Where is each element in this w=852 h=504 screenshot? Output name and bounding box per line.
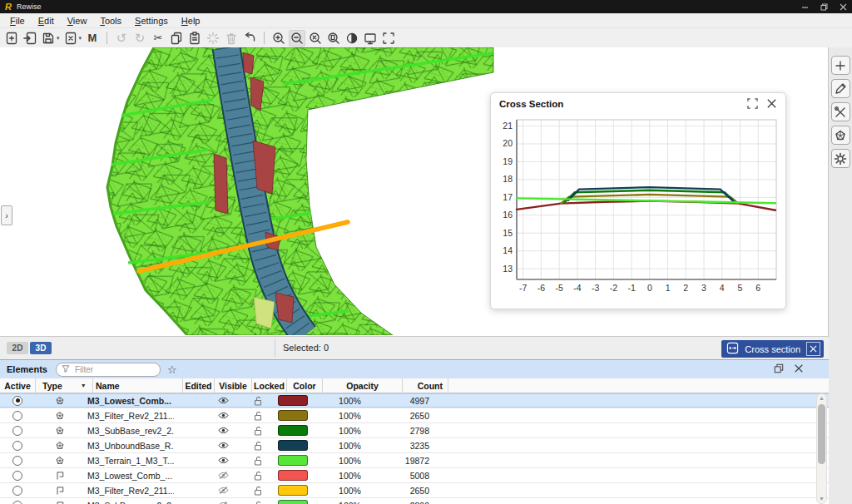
sort-icon[interactable]: ▼ [81,383,87,388]
eye-icon[interactable] [218,411,229,420]
menu-edit[interactable]: Edit [32,16,61,26]
new-document-button[interactable] [3,30,20,47]
column-header-edited[interactable]: Edited [183,378,215,393]
close-button[interactable] [840,3,847,11]
active-radio[interactable] [12,471,22,481]
minimize-button[interactable] [801,3,809,11]
scrollbar-thumb[interactable] [818,404,825,464]
column-header-name[interactable]: Name [93,378,183,393]
unlock-icon[interactable] [254,486,263,496]
screen-button[interactable] [362,30,379,47]
eye-icon[interactable] [218,441,229,450]
active-radio[interactable] [12,426,22,436]
redo-button[interactable]: ↻ [131,30,148,47]
cross-section-mode-button[interactable]: Cross section [721,340,824,358]
paste-button[interactable] [186,30,203,47]
expand-icon[interactable] [747,98,758,111]
delete-button[interactable] [223,30,240,47]
column-header-opacity[interactable]: Opacity [323,378,403,393]
menu-tools[interactable]: Tools [93,16,128,26]
table-row[interactable]: M3_SubBase_rev2_2...100%2798 [0,423,829,438]
eye-off-icon[interactable] [218,471,229,480]
zoom-out-button[interactable] [289,30,305,47]
open-document-button[interactable] [22,30,38,47]
view-2d-button[interactable]: 2D [7,342,28,354]
menu-help[interactable]: Help [175,16,207,26]
eye-off-icon[interactable] [218,501,229,504]
color-swatch[interactable] [278,440,308,451]
active-radio[interactable] [12,456,22,466]
revert-button[interactable] [241,30,258,47]
table-row[interactable]: M3_Lowest_Comb...100%4997 [0,393,829,408]
color-swatch[interactable] [278,500,308,504]
close-document-dropdown-icon[interactable]: ▾ [79,35,82,42]
active-radio[interactable] [12,411,22,421]
eye-icon[interactable] [218,456,229,465]
unlock-icon[interactable] [254,441,263,451]
mesh-tool-button[interactable] [831,126,850,145]
modify-tools-button[interactable] [831,102,850,121]
unlock-icon[interactable] [254,396,263,406]
column-header-count[interactable]: Count [403,378,448,393]
unlock-icon[interactable] [254,411,263,421]
close-icon[interactable] [766,98,777,111]
active-radio[interactable] [12,501,22,504]
close-panel-icon[interactable] [794,363,804,375]
left-panel-expander[interactable]: › [1,205,12,225]
table-row[interactable]: M3_Filter_Rev2_211...100%2650 [0,483,829,498]
table-scrollbar[interactable]: ▲ ▼ [816,393,827,504]
column-header-color[interactable]: Color [287,378,323,393]
cross-section-panel-header[interactable]: Cross Section [491,93,785,115]
color-swatch[interactable] [278,455,308,466]
color-swatch[interactable] [278,485,308,496]
add-tool-button[interactable] [831,56,850,75]
filter-input[interactable] [73,364,143,375]
active-radio[interactable] [12,486,22,496]
menu-file[interactable]: File [3,16,32,26]
save-dropdown-icon[interactable]: ▾ [57,35,60,42]
draw-tool-button[interactable] [831,79,850,98]
column-header-active[interactable]: Active [0,378,36,393]
color-swatch[interactable] [278,410,308,421]
cross-section-close-icon[interactable] [806,342,820,356]
cut-button[interactable]: ✂ [150,30,166,47]
zoom-in-button[interactable] [270,30,287,47]
table-row[interactable]: M3_Lowest_Comb_...100%5008 [0,468,829,483]
undock-panel-icon[interactable] [774,363,784,375]
undo-button[interactable]: ↺ [113,30,130,47]
color-swatch[interactable] [278,470,308,481]
contrast-button[interactable] [344,30,360,47]
table-row[interactable]: M3_Filter_Rev2_211...100%2650 [0,408,829,423]
menu-view[interactable]: View [61,16,94,26]
settings-tool-button[interactable] [831,149,850,168]
eye-icon[interactable] [218,426,229,435]
eye-off-icon[interactable] [218,486,229,495]
scroll-down-icon[interactable]: ▼ [817,495,826,503]
save-button[interactable] [40,30,57,47]
unlock-icon[interactable] [254,426,263,436]
table-row[interactable]: M3_UnboundBase_R...100%3235 [0,438,829,453]
menu-settings[interactable]: Settings [128,16,175,26]
view-3d-button[interactable]: 3D [30,342,52,354]
zoom-document-button[interactable] [325,30,342,47]
viewport-3d[interactable]: Cross Section 131415161718192021-7-6-5-4… [0,47,829,336]
unlock-icon[interactable] [254,501,263,504]
scroll-up-icon[interactable]: ▲ [817,394,826,403]
unlock-icon[interactable] [254,471,263,481]
active-radio[interactable] [12,396,22,406]
table-row[interactable]: M3_Terrain_1_M3_T...100%19872 [0,453,829,468]
active-radio[interactable] [12,441,22,451]
table-row[interactable]: M3_SubBase_rev2_2...100%2800 [0,498,829,504]
column-header-locked[interactable]: Locked [252,378,287,393]
copy-button[interactable] [168,30,185,47]
m-tool-button[interactable]: M [84,30,101,47]
deselect-button[interactable] [205,30,221,47]
close-document-button[interactable] [62,30,79,47]
column-header-type[interactable]: Type▼ [36,378,93,393]
column-header-visible[interactable]: Visible [215,378,252,393]
color-swatch[interactable] [278,425,308,436]
maximize-button[interactable] [820,3,828,11]
color-swatch[interactable] [278,395,308,406]
fit-view-button[interactable] [380,30,397,47]
unlock-icon[interactable] [254,456,263,466]
